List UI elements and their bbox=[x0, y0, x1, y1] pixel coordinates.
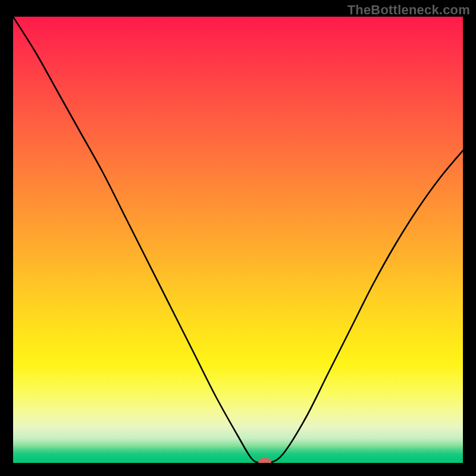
curve-overlay bbox=[13, 17, 463, 463]
bottleneck-curve bbox=[13, 17, 463, 463]
watermark-text: TheBottleneck.com bbox=[347, 2, 470, 18]
optimum-marker bbox=[258, 458, 271, 463]
plot-area bbox=[13, 17, 463, 463]
